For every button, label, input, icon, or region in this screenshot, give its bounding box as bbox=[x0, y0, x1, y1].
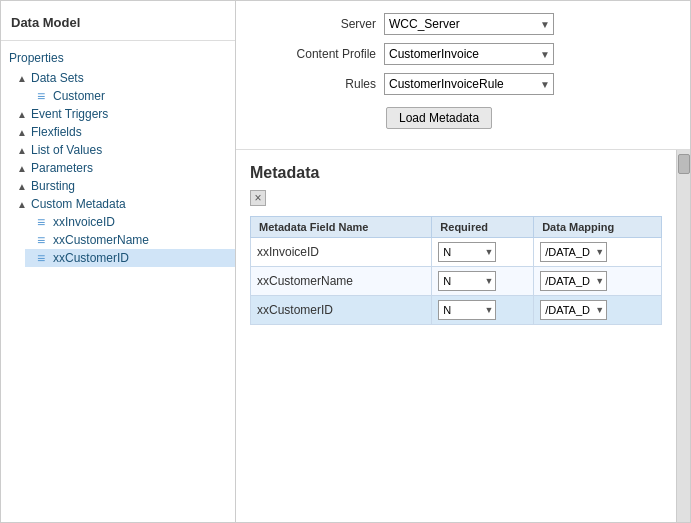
right-panel: Server WCC_Server ▼ Content Profile Cust… bbox=[236, 1, 690, 522]
arrow-flexfields: ▲ bbox=[17, 127, 29, 138]
customer-label: Customer bbox=[53, 89, 105, 103]
server-label: Server bbox=[256, 17, 376, 31]
tree-item-xxcustomername[interactable]: xxCustomerName bbox=[25, 231, 235, 249]
tree-item-list-of-values[interactable]: ▲ List of Values bbox=[1, 141, 235, 159]
required-select-3[interactable]: N Y bbox=[438, 300, 496, 320]
top-form: Server WCC_Server ▼ Content Profile Cust… bbox=[236, 1, 690, 150]
tree-item-xxinvoiceid[interactable]: xxInvoiceID bbox=[25, 213, 235, 231]
metadata-table-body: xxInvoiceID N Y ▼ bbox=[251, 238, 662, 325]
bursting-label: Bursting bbox=[31, 179, 75, 193]
tree-item-flexfields[interactable]: ▲ Flexfields bbox=[1, 123, 235, 141]
required-select-2[interactable]: N Y bbox=[438, 271, 496, 291]
col-header-fieldname: Metadata Field Name bbox=[251, 217, 432, 238]
scroll-thumb[interactable] bbox=[678, 154, 690, 174]
list-of-values-label: List of Values bbox=[31, 143, 102, 157]
tree-item-custom-metadata[interactable]: ▲ Custom Metadata bbox=[1, 195, 235, 213]
rules-row: Rules CustomerInvoiceRule ▼ bbox=[256, 73, 670, 95]
event-triggers-label: Event Triggers bbox=[31, 107, 108, 121]
parameters-label: Parameters bbox=[31, 161, 93, 175]
datamapping-select-2[interactable]: /DATA_D bbox=[540, 271, 607, 291]
datamapping-select-1[interactable]: /DATA_D bbox=[540, 242, 607, 262]
tree-item-xxcustomerid[interactable]: xxCustomerID bbox=[25, 249, 235, 267]
content-profile-select[interactable]: CustomerInvoice bbox=[384, 43, 554, 65]
panel-title: Data Model bbox=[1, 9, 235, 41]
tree-item-datasets[interactable]: ▲ Data Sets bbox=[1, 69, 235, 87]
required-select-1[interactable]: N Y bbox=[438, 242, 496, 262]
arrow-datasets: ▲ bbox=[17, 73, 29, 84]
field-name-cell: xxCustomerName bbox=[251, 267, 432, 296]
field-name-value: xxCustomerName bbox=[257, 274, 353, 288]
tree-item-parameters[interactable]: ▲ Parameters bbox=[1, 159, 235, 177]
table-row: xxInvoiceID N Y ▼ bbox=[251, 238, 662, 267]
field-name-cell: xxInvoiceID bbox=[251, 238, 432, 267]
rules-label: Rules bbox=[256, 77, 376, 91]
datamapping-select-wrapper-1: /DATA_D ▼ bbox=[540, 242, 607, 262]
server-select[interactable]: WCC_Server bbox=[384, 13, 554, 35]
field-name-cell: xxCustomerID bbox=[251, 296, 432, 325]
table-row: xxCustomerName N Y ▼ bbox=[251, 267, 662, 296]
xxcustomerid-icon bbox=[33, 251, 49, 265]
content-profile-select-wrapper: CustomerInvoice ▼ bbox=[384, 43, 554, 65]
field-name-value: xxCustomerID bbox=[257, 303, 333, 317]
datamapping-cell: /DATA_D ▼ bbox=[534, 267, 662, 296]
arrow-bursting: ▲ bbox=[17, 181, 29, 192]
arrow-event-triggers: ▲ bbox=[17, 109, 29, 120]
rules-select-wrapper: CustomerInvoiceRule ▼ bbox=[384, 73, 554, 95]
datamapping-select-3[interactable]: /DATA_D bbox=[540, 300, 607, 320]
tree-item-event-triggers[interactable]: ▲ Event Triggers bbox=[1, 105, 235, 123]
content-area: Metadata × Metadata Field Name Required … bbox=[236, 150, 676, 522]
datamapping-cell: /DATA_D ▼ bbox=[534, 296, 662, 325]
properties-label[interactable]: Properties bbox=[9, 51, 64, 65]
xxcustomername-label: xxCustomerName bbox=[53, 233, 149, 247]
custom-metadata-children: xxInvoiceID xxCustomerName xxCustomerID bbox=[1, 213, 235, 267]
xxcustomerid-label: xxCustomerID bbox=[53, 251, 129, 265]
content-profile-label: Content Profile bbox=[256, 47, 376, 61]
required-cell: N Y ▼ bbox=[432, 267, 534, 296]
flexfields-label: Flexfields bbox=[31, 125, 82, 139]
datamapping-select-wrapper-2: /DATA_D ▼ bbox=[540, 271, 607, 291]
col-header-datamapping: Data Mapping bbox=[534, 217, 662, 238]
right-scroll-area: Metadata × Metadata Field Name Required … bbox=[236, 150, 690, 522]
custom-metadata-label: Custom Metadata bbox=[31, 197, 126, 211]
arrow-list-of-values: ▲ bbox=[17, 145, 29, 156]
header-row: Metadata Field Name Required Data Mappin… bbox=[251, 217, 662, 238]
rules-select[interactable]: CustomerInvoiceRule bbox=[384, 73, 554, 95]
table-row: xxCustomerID N Y ▼ bbox=[251, 296, 662, 325]
required-select-wrapper-3: N Y ▼ bbox=[438, 300, 496, 320]
load-button-row: Load Metadata bbox=[256, 103, 670, 129]
col-header-required: Required bbox=[432, 217, 534, 238]
datamapping-select-wrapper-3: /DATA_D ▼ bbox=[540, 300, 607, 320]
datasets-children: Customer bbox=[1, 87, 235, 105]
customer-dataset-icon bbox=[33, 89, 49, 103]
field-name-value: xxInvoiceID bbox=[257, 245, 319, 259]
load-metadata-button[interactable]: Load Metadata bbox=[386, 107, 492, 129]
metadata-table-header: Metadata Field Name Required Data Mappin… bbox=[251, 217, 662, 238]
metadata-table: Metadata Field Name Required Data Mappin… bbox=[250, 216, 662, 325]
xxcustomername-icon bbox=[33, 233, 49, 247]
datasets-label: Data Sets bbox=[31, 71, 84, 85]
scroll-track bbox=[676, 150, 690, 522]
xxinvoiceid-icon bbox=[33, 215, 49, 229]
left-panel: Data Model Properties ▲ Data Sets Custom… bbox=[1, 1, 236, 522]
required-cell: N Y ▼ bbox=[432, 296, 534, 325]
tree-item-bursting[interactable]: ▲ Bursting bbox=[1, 177, 235, 195]
required-cell: N Y ▼ bbox=[432, 238, 534, 267]
close-button[interactable]: × bbox=[250, 190, 266, 206]
arrow-custom-metadata: ▲ bbox=[17, 199, 29, 210]
xxinvoiceid-label: xxInvoiceID bbox=[53, 215, 115, 229]
arrow-parameters: ▲ bbox=[17, 163, 29, 174]
metadata-title: Metadata bbox=[250, 164, 662, 182]
server-row: Server WCC_Server ▼ bbox=[256, 13, 670, 35]
required-select-wrapper-2: N Y ▼ bbox=[438, 271, 496, 291]
required-select-wrapper-1: N Y ▼ bbox=[438, 242, 496, 262]
tree-item-customer[interactable]: Customer bbox=[25, 87, 235, 105]
datamapping-cell: /DATA_D ▼ bbox=[534, 238, 662, 267]
server-select-wrapper: WCC_Server ▼ bbox=[384, 13, 554, 35]
content-profile-row: Content Profile CustomerInvoice ▼ bbox=[256, 43, 670, 65]
